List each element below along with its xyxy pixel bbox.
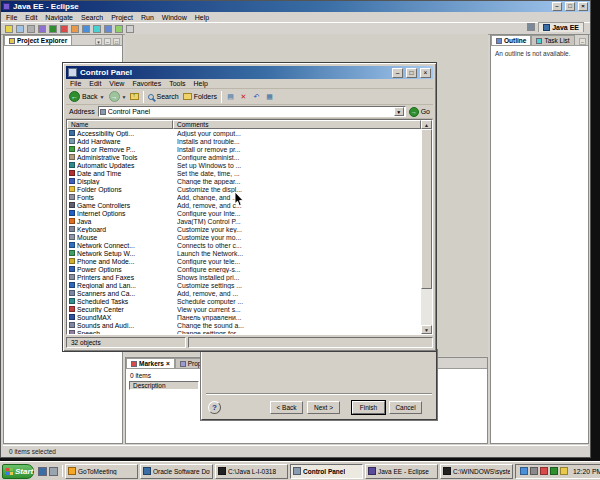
control-panel-item[interactable]: Scheduled Tasks Schedule computer ... <box>67 297 421 305</box>
cp-maximize-button[interactable]: □ <box>406 68 417 78</box>
maximize-view-icon[interactable]: □ <box>113 38 120 45</box>
forward-button[interactable]: → ▼ <box>109 91 127 102</box>
tray-icon[interactable] <box>540 467 548 475</box>
perspective-tab-java-ee[interactable]: Java EE <box>538 22 584 32</box>
control-panel-item[interactable]: Mouse Customize your mo... <box>67 233 421 241</box>
eclipse-menu-item[interactable]: File <box>6 14 17 21</box>
control-panel-item[interactable]: Security Center View your current s... <box>67 305 421 313</box>
control-panel-item[interactable]: Automatic Updates Set up Windows to ... <box>67 161 421 169</box>
cp-menu-item[interactable]: Edit <box>89 80 101 87</box>
eclipse-menu-item[interactable]: Run <box>141 14 154 21</box>
quick-launch-browser-icon[interactable] <box>38 467 47 476</box>
control-panel-item[interactable]: Printers and Faxes Shows installed pri..… <box>67 273 421 281</box>
tray-icon[interactable] <box>530 467 538 475</box>
scrollbar-thumb[interactable] <box>421 129 432 289</box>
eclipse-toolbar-icon[interactable] <box>16 25 24 33</box>
address-combo[interactable]: Control Panel ▼ <box>98 106 406 117</box>
taskbar-task-button[interactable]: Control Panel <box>290 464 363 479</box>
control-panel-item[interactable]: Regional and Lan... Customize settings .… <box>67 281 421 289</box>
address-dropdown-icon[interactable]: ▼ <box>394 107 404 116</box>
eclipse-menu-item[interactable]: Edit <box>25 14 37 21</box>
control-panel-item[interactable]: Network Connect... Connects to other c..… <box>67 241 421 249</box>
close-tab-icon[interactable]: × <box>166 360 170 367</box>
wizard-button[interactable]: < Back <box>270 401 303 414</box>
markers-description-header[interactable]: Description <box>129 381 199 390</box>
cp-menu-item[interactable]: View <box>109 80 124 87</box>
control-panel-item[interactable]: Display Change the appear... <box>67 177 421 185</box>
eclipse-toolbar-icon[interactable] <box>5 25 13 33</box>
wizard-button[interactable]: Cancel <box>389 401 422 414</box>
eclipse-toolbar-icon[interactable] <box>93 25 101 33</box>
tray-icon[interactable] <box>550 467 558 475</box>
tab-outline[interactable]: Outline <box>491 35 531 45</box>
control-panel-item[interactable]: Keyboard Customize your key... <box>67 225 421 233</box>
control-panel-item[interactable]: Speech Change settings for... <box>67 329 421 334</box>
control-panel-item[interactable]: Date and Time Set the date, time, ... <box>67 169 421 177</box>
tab-project-explorer[interactable]: Project Explorer <box>4 35 72 45</box>
cp-close-button[interactable]: × <box>420 68 431 78</box>
control-panel-item[interactable]: Add or Remove P... Install or remove pr.… <box>67 145 421 153</box>
column-header-name[interactable]: Name <box>67 120 173 129</box>
eclipse-menu-item[interactable]: Window <box>162 14 187 21</box>
back-button[interactable]: ← Back ▼ <box>69 91 105 102</box>
eclipse-toolbar-icon[interactable] <box>126 25 134 33</box>
eclipse-toolbar-icon[interactable] <box>71 25 79 33</box>
minimize-view-icon[interactable]: – <box>104 38 111 45</box>
eclipse-toolbar-icon[interactable] <box>27 25 35 33</box>
eclipse-toolbar-icon[interactable] <box>82 25 90 33</box>
taskbar-task-button[interactable]: Java EE - Eclipse <box>365 464 438 479</box>
scroll-down-icon[interactable]: ▼ <box>421 325 432 334</box>
scroll-up-icon[interactable]: ▲ <box>421 120 432 129</box>
tab-task-list[interactable]: Task List <box>531 35 574 45</box>
eclipse-menu-item[interactable]: Help <box>195 14 209 21</box>
control-panel-item[interactable]: Scanners and Ca... Add, remove, and ... <box>67 289 421 297</box>
eclipse-minimize-button[interactable]: – <box>552 2 562 11</box>
control-panel-item[interactable]: Java Java(TM) Control P... <box>67 217 421 225</box>
control-panel-item[interactable]: Phone and Mode... Configure your tele... <box>67 257 421 265</box>
eclipse-toolbar-icon[interactable] <box>60 25 68 33</box>
eclipse-toolbar-icon[interactable] <box>38 25 46 33</box>
eclipse-close-button[interactable]: × <box>578 2 588 11</box>
control-panel-titlebar[interactable]: Control Panel – □ × <box>66 66 433 79</box>
folders-button[interactable]: Folders <box>183 93 217 100</box>
control-panel-item[interactable]: Add Hardware Installs and trouble... <box>67 137 421 145</box>
minimize-view-icon[interactable]: – <box>579 38 586 45</box>
taskbar-task-button[interactable]: Oracle Software Dow... <box>140 464 213 479</box>
open-perspective-icon[interactable] <box>527 23 535 31</box>
cp-menu-item[interactable]: File <box>70 80 81 87</box>
view-menu-icon[interactable]: ▾ <box>95 38 102 45</box>
taskbar-task-button[interactable]: C:\WINDOWS\system3... <box>440 464 513 479</box>
go-button[interactable]: → Go <box>409 107 430 117</box>
cp-menu-item[interactable]: Help <box>194 80 208 87</box>
control-panel-item[interactable]: Administrative Tools Configure administ.… <box>67 153 421 161</box>
control-panel-item[interactable]: Internet Options Configure your Inte... <box>67 209 421 217</box>
control-panel-item[interactable]: Game Controllers Add, remove, and c... <box>67 201 421 209</box>
up-button[interactable]: ↑ <box>130 93 139 100</box>
eclipse-toolbar-icon[interactable] <box>115 25 123 33</box>
start-button[interactable]: Start <box>2 464 34 479</box>
project-explorer-content[interactable] <box>4 46 122 54</box>
eclipse-menu-item[interactable]: Navigate <box>45 14 73 21</box>
control-panel-item[interactable]: SoundMAX Панель управлени... <box>67 313 421 321</box>
tab-markers[interactable]: Markers × <box>126 358 175 368</box>
tray-icon[interactable] <box>560 467 568 475</box>
delete-icon[interactable]: ✕ <box>239 92 248 101</box>
control-panel-item[interactable]: Network Setup W... Launch the Network... <box>67 249 421 257</box>
control-panel-item[interactable]: Sounds and Audi... Change the sound a... <box>67 321 421 329</box>
undo-icon[interactable]: ↶ <box>252 92 261 101</box>
vertical-scrollbar[interactable]: ▲ ▼ <box>421 120 432 334</box>
search-button[interactable]: Search <box>148 93 178 100</box>
cp-menu-item[interactable]: Favorites <box>132 80 161 87</box>
wizard-button[interactable]: Finish <box>352 401 385 414</box>
views-icon[interactable]: ▦ <box>265 92 274 101</box>
eclipse-titlebar[interactable]: Java EE - Eclipse – □ × <box>1 1 590 12</box>
move-to-icon[interactable]: ▤ <box>226 92 235 101</box>
control-panel-item[interactable]: Power Options Configure energy-s... <box>67 265 421 273</box>
cp-minimize-button[interactable]: – <box>392 68 403 78</box>
eclipse-toolbar-icon[interactable] <box>104 25 112 33</box>
eclipse-menu-item[interactable]: Search <box>81 14 103 21</box>
taskbar-task-button[interactable]: GoToMeeting <box>65 464 138 479</box>
control-panel-item[interactable]: Accessibility Opti... Adjust your comput… <box>67 129 421 137</box>
tray-icon[interactable] <box>520 467 528 475</box>
cp-menu-item[interactable]: Tools <box>169 80 185 87</box>
